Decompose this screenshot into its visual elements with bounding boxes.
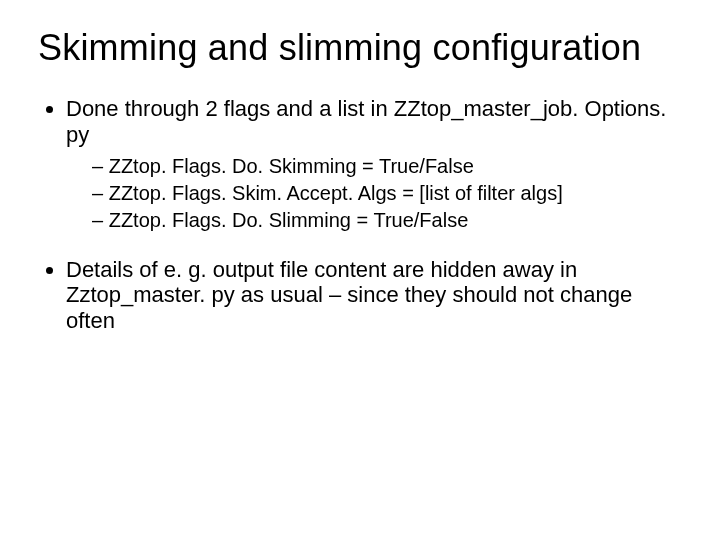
sub-bullet-list: ZZtop. Flags. Do. Skimming = True/False … xyxy=(66,154,682,233)
slide-title: Skimming and slimming configuration xyxy=(38,28,682,68)
sub-list-item: ZZtop. Flags. Skim. Accept. Algs = [list… xyxy=(92,181,682,206)
bullet-text: Details of e. g. output file content are… xyxy=(66,257,632,334)
slide: Skimming and slimming configuration Done… xyxy=(0,0,720,540)
bullet-list: Done through 2 flags and a list in ZZtop… xyxy=(38,96,682,335)
list-item: Done through 2 flags and a list in ZZtop… xyxy=(66,96,682,233)
sub-list-item: ZZtop. Flags. Do. Skimming = True/False xyxy=(92,154,682,179)
sub-list-item: ZZtop. Flags. Do. Slimming = True/False xyxy=(92,208,682,233)
bullet-text: Done through 2 flags and a list in ZZtop… xyxy=(66,96,666,147)
list-item: Details of e. g. output file content are… xyxy=(66,257,682,335)
